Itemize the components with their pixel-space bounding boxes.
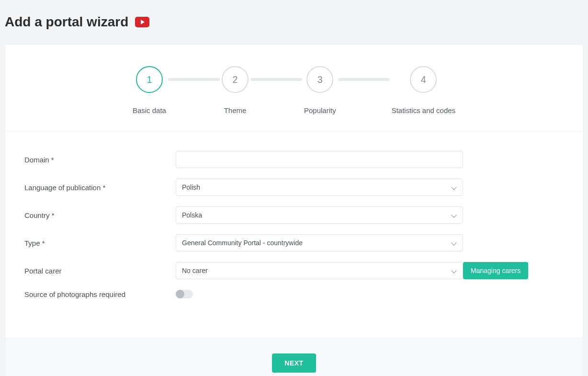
country-select[interactable]: Polska [176,206,463,224]
country-value: Polska [182,211,202,219]
step-label-2: Theme [224,106,247,114]
step-connector [168,78,220,81]
chevron-down-icon [451,268,457,273]
form-area: Domain * Language of publication * Polis… [5,132,583,338]
step-basic-data[interactable]: 1 Basic data [133,66,166,114]
managing-carers-button[interactable]: Managing carers [463,262,528,279]
next-button[interactable]: NEXT [272,353,316,373]
step-connector [338,78,390,81]
step-popularity[interactable]: 3 Popularity [304,66,336,114]
type-select[interactable]: General Community Portal - countrywide [176,234,463,251]
step-theme[interactable]: 2 Theme [222,66,249,114]
step-label-3: Popularity [304,106,336,114]
wizard-card: 1 Basic data 2 Theme 3 Popularity 4 Stat… [5,44,583,376]
carer-label: Portal carer [24,267,176,275]
step-label-1: Basic data [133,106,166,114]
type-label: Type * [24,239,176,247]
chevron-down-icon [451,240,457,246]
step-connector [250,78,302,81]
language-value: Polish [182,183,200,191]
photos-required-toggle[interactable] [176,290,193,298]
page-title: Add a portal wizard [5,14,128,30]
play-triangle-icon [141,20,145,24]
language-label: Language of publication * [24,183,176,192]
carer-select[interactable]: No carer [176,262,463,279]
domain-label: Domain * [24,156,176,164]
domain-input[interactable] [176,151,463,168]
carer-value: No carer [182,267,208,274]
chevron-down-icon [451,184,457,190]
step-circle-2: 2 [222,66,249,93]
wizard-stepper: 1 Basic data 2 Theme 3 Popularity 4 Stat… [5,45,583,132]
wizard-footer: NEXT [5,338,583,376]
step-circle-3: 3 [306,66,333,93]
step-circle-1: 1 [136,66,163,93]
youtube-icon[interactable] [135,17,149,27]
chevron-down-icon [451,212,457,218]
step-label-4: Statistics and codes [392,106,455,114]
language-select[interactable]: Polish [176,179,463,196]
step-circle-4: 4 [410,66,437,93]
step-statistics[interactable]: 4 Statistics and codes [392,66,455,114]
type-value: General Community Portal - countrywide [182,239,303,247]
toggle-knob [176,290,184,298]
country-label: Country * [24,211,176,219]
photos-label: Source of photographs required [24,290,176,298]
